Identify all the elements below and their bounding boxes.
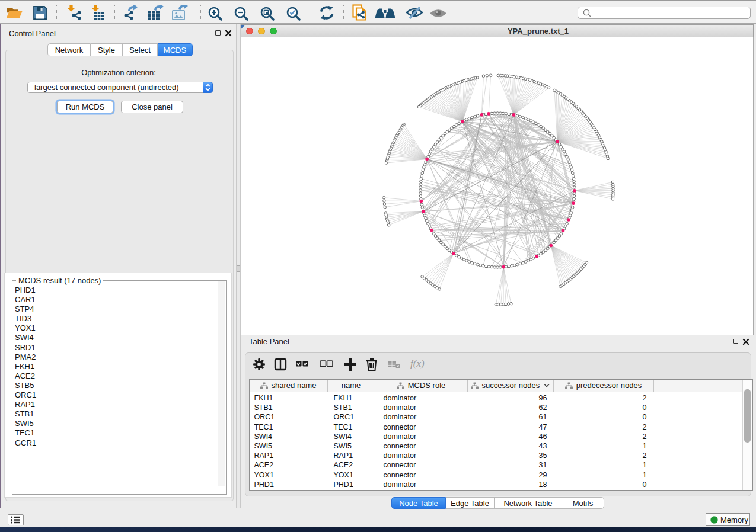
- svg-text:f(x): f(x): [410, 358, 425, 369]
